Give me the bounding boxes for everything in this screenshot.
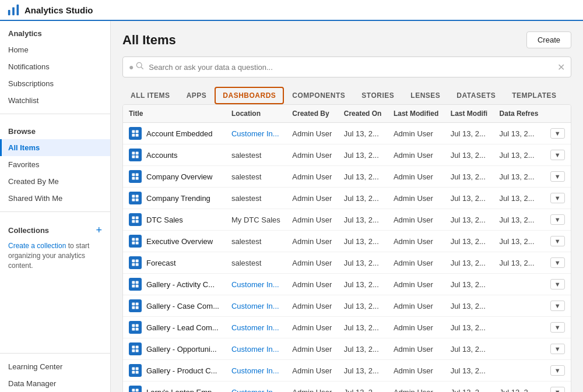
- location-link: salestest: [231, 259, 261, 267]
- sidebar-item-data-manager[interactable]: Data Manager: [0, 375, 110, 392]
- collections-add-button[interactable]: +: [96, 225, 102, 235]
- svg-rect-13: [132, 173, 135, 176]
- cell-last-modified-user: Admin User: [388, 252, 445, 274]
- location-link[interactable]: Customer In...: [231, 302, 279, 310]
- cell-location: salestest: [226, 166, 286, 188]
- svg-rect-5: [132, 130, 135, 133]
- item-title[interactable]: Company Overview: [146, 172, 212, 181]
- row-action-dropdown[interactable]: ▼: [550, 193, 565, 203]
- sidebar-item-favorites[interactable]: Favorites: [0, 156, 110, 173]
- cell-last-modified-user: Admin User: [388, 317, 445, 338]
- item-title[interactable]: Gallery - Lead Com...: [146, 323, 219, 332]
- cell-last-modified-user: Admin User: [388, 144, 445, 166]
- sidebar-item-learning-center[interactable]: Learning Center: [0, 358, 110, 375]
- location-link[interactable]: Customer In...: [231, 129, 279, 138]
- svg-rect-54: [136, 389, 139, 391]
- tab-all-items[interactable]: ALL ITEMS: [122, 87, 178, 104]
- tab-components[interactable]: COMPONENTS: [284, 87, 353, 104]
- tab-lenses[interactable]: LENSES: [402, 87, 448, 104]
- dashboard-icon: [129, 127, 142, 140]
- table-row: Gallery - Case Com... Customer In... Adm…: [123, 295, 571, 317]
- location-link[interactable]: Customer In...: [231, 366, 279, 375]
- cell-location: Customer In...: [226, 123, 286, 144]
- create-button[interactable]: Create: [526, 31, 571, 48]
- row-action-dropdown[interactable]: ▼: [550, 322, 565, 333]
- location-link[interactable]: Customer In...: [231, 323, 279, 332]
- cell-location: salestest: [226, 144, 286, 166]
- item-title[interactable]: Executive Overview: [146, 237, 213, 246]
- search-clear-icon[interactable]: ✕: [557, 62, 565, 73]
- svg-rect-37: [132, 302, 135, 305]
- item-title[interactable]: Forecast: [146, 259, 176, 267]
- sidebar-item-watchlist[interactable]: Watchlist: [0, 92, 110, 109]
- cell-action: ▼: [545, 274, 571, 295]
- svg-rect-39: [132, 306, 135, 309]
- row-action-dropdown[interactable]: ▼: [550, 387, 565, 392]
- sidebar-divider-3: [0, 353, 110, 354]
- items-table: Title Location Created By Created On Las…: [123, 105, 571, 392]
- dashboard-icon: [129, 386, 142, 392]
- sidebar-item-created-by-me[interactable]: Created By Me: [0, 173, 110, 190]
- item-title[interactable]: Company Trending: [146, 194, 210, 203]
- cell-action: ▼: [545, 338, 571, 360]
- item-title[interactable]: Gallery - Case Com...: [146, 302, 219, 310]
- sidebar-item-home[interactable]: Home: [0, 41, 110, 58]
- cell-last-modified-date: Jul 13, 2...: [445, 123, 494, 144]
- row-action-dropdown[interactable]: ▼: [550, 171, 565, 182]
- row-action-dropdown[interactable]: ▼: [550, 301, 565, 311]
- cell-created-on: Jul 13, 2...: [338, 166, 388, 188]
- location-link[interactable]: Customer In...: [231, 345, 279, 354]
- item-title[interactable]: Larry's Laptop Emp...: [146, 388, 218, 393]
- cell-location: salestest: [226, 252, 286, 274]
- row-action-dropdown[interactable]: ▼: [550, 128, 565, 139]
- row-action-dropdown[interactable]: ▼: [550, 344, 565, 354]
- collections-section-title: Collections: [8, 226, 49, 235]
- item-title[interactable]: Accounts: [146, 151, 177, 160]
- sidebar-item-notifications[interactable]: Notifications: [0, 58, 110, 75]
- cell-title: Accounts: [123, 144, 226, 166]
- svg-rect-30: [136, 259, 139, 262]
- cell-created-on: Jul 13, 2...: [338, 252, 388, 274]
- search-input[interactable]: [149, 63, 553, 72]
- svg-rect-14: [136, 173, 139, 176]
- svg-rect-46: [136, 345, 139, 348]
- item-title[interactable]: Account Embedded: [146, 129, 212, 138]
- cell-last-modified-user: Admin User: [388, 209, 445, 231]
- row-action-dropdown[interactable]: ▼: [550, 150, 565, 160]
- cell-last-modified-date: Jul 13, 2...: [445, 209, 494, 231]
- svg-rect-36: [136, 285, 139, 288]
- row-action-dropdown[interactable]: ▼: [550, 257, 565, 268]
- row-action-dropdown[interactable]: ▼: [550, 214, 565, 225]
- tab-datasets[interactable]: DATASETS: [448, 87, 504, 104]
- cell-last-modified-date: Jul 13, 2...: [445, 274, 494, 295]
- item-title[interactable]: Gallery - Activity C...: [146, 280, 215, 289]
- location-link: salestest: [231, 151, 261, 160]
- tab-stories[interactable]: STORIES: [353, 87, 402, 104]
- tab-templates[interactable]: TEMPLATES: [504, 87, 564, 104]
- create-collection-link[interactable]: Create a collection: [8, 242, 66, 250]
- cell-last-modified-date: Jul 13, 2...: [445, 360, 494, 382]
- item-title[interactable]: Gallery - Opportuni...: [146, 345, 217, 354]
- cell-last-modified-date: Jul 13, 2...: [445, 188, 494, 209]
- svg-rect-1: [12, 7, 15, 15]
- tab-apps[interactable]: APPS: [178, 87, 215, 104]
- location-link[interactable]: Customer In...: [231, 388, 279, 393]
- row-action-dropdown[interactable]: ▼: [550, 365, 565, 376]
- col-title: Title: [123, 105, 226, 123]
- tab-dashboards[interactable]: DASHBOARDS: [215, 87, 284, 104]
- row-action-dropdown[interactable]: ▼: [550, 279, 565, 289]
- dashboard-icon: [129, 170, 142, 183]
- item-title[interactable]: Gallery - Product C...: [146, 366, 217, 375]
- location-link[interactable]: Customer In...: [231, 280, 279, 289]
- sidebar-item-subscriptions[interactable]: Subscriptions: [0, 75, 110, 92]
- cell-action: ▼: [545, 231, 571, 252]
- row-action-dropdown[interactable]: ▼: [550, 236, 565, 246]
- cell-title: Gallery - Lead Com...: [123, 317, 226, 338]
- dashboard-icon: [129, 149, 142, 161]
- items-table-container: Title Location Created By Created On Las…: [122, 104, 571, 392]
- cell-created-on: Jul 13, 2...: [338, 231, 388, 252]
- sidebar-item-shared-with-me[interactable]: Shared With Me: [0, 190, 110, 207]
- cell-created-by: Admin User: [286, 188, 338, 209]
- item-title[interactable]: DTC Sales: [146, 216, 183, 224]
- sidebar-item-all-items[interactable]: All Items: [0, 139, 110, 156]
